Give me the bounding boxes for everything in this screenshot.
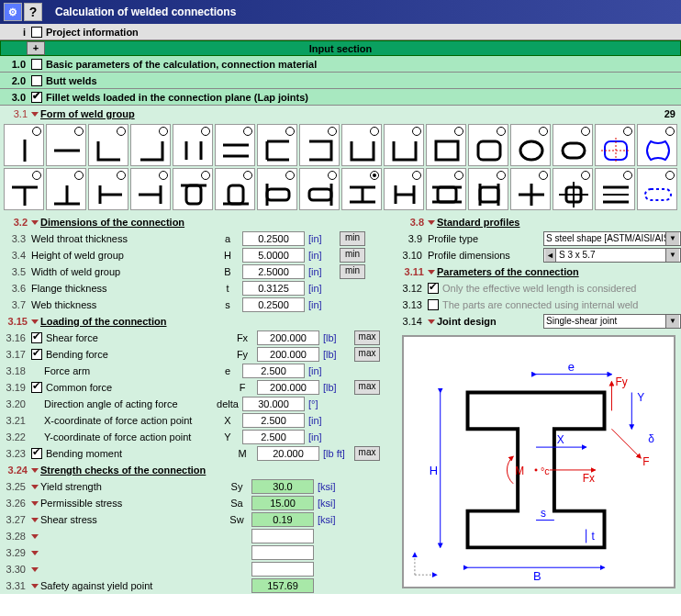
label: Bending force — [46, 349, 228, 360]
project-info-checkbox[interactable] — [31, 27, 42, 38]
weld-shape-option[interactable] — [384, 124, 424, 166]
weld-shape-option[interactable] — [553, 124, 593, 166]
profile-type-select[interactable]: S steel shape [ASTM/AISI/AISC] — [543, 231, 681, 246]
label: Bending moment — [46, 448, 228, 459]
value-input[interactable] — [251, 545, 314, 560]
value-input[interactable]: 2.500 — [242, 364, 305, 378]
profile-dim-select[interactable]: ◄S 3 x 5.7 — [543, 248, 681, 263]
min-button[interactable]: min — [340, 264, 365, 279]
internal-weld-label: The parts are connected using internal w… — [442, 299, 638, 310]
min-button[interactable]: min — [340, 231, 365, 246]
value-input[interactable]: 20.000 — [257, 446, 319, 461]
sec2-checkbox[interactable] — [31, 75, 42, 86]
weld-shape-option[interactable] — [384, 168, 424, 210]
row-3.17: 3.17Bending forceFy200.000[lb]max — [0, 346, 396, 363]
eff-weld-checkbox[interactable] — [428, 283, 439, 294]
checkbox[interactable] — [31, 349, 42, 360]
weld-shape-option[interactable] — [341, 168, 382, 210]
row-3.26: 3.26Permissible stressSa15.00[ksi] — [0, 495, 396, 511]
weld-shape-option[interactable] — [46, 168, 86, 210]
weld-shape-option[interactable] — [468, 124, 508, 166]
symbol: t — [213, 283, 242, 294]
internal-weld-checkbox[interactable] — [428, 299, 439, 310]
weld-shape-option[interactable] — [426, 124, 466, 166]
strength-label: Strength checks of the connection — [40, 465, 206, 476]
weld-shape-option[interactable] — [257, 168, 297, 210]
max-button[interactable]: max — [354, 347, 380, 362]
max-button[interactable]: max — [354, 446, 380, 461]
svg-text:°c: °c — [541, 465, 550, 476]
weld-shape-option[interactable] — [510, 168, 551, 210]
app-icon[interactable]: ⚙ — [4, 3, 22, 21]
weld-shape-option[interactable] — [553, 168, 593, 210]
unit: [ksi] — [314, 514, 347, 525]
weld-shape-option[interactable] — [426, 168, 466, 210]
weld-shape-option[interactable] — [468, 168, 508, 210]
svg-text:δ: δ — [648, 432, 654, 445]
value-input[interactable]: 2.5000 — [242, 264, 305, 279]
row-3.18: 3.18Force arme2.500[in] — [0, 363, 396, 379]
value-input[interactable]: 200.000 — [257, 347, 319, 362]
expand-button[interactable]: + — [27, 41, 45, 55]
section-2-header[interactable]: 2.0 Butt welds — [0, 73, 681, 89]
value-input[interactable]: 30.000 — [242, 397, 305, 411]
value-input[interactable] — [251, 529, 314, 543]
weld-shape-option[interactable] — [595, 124, 635, 166]
min-button[interactable]: min — [340, 248, 365, 263]
svg-rect-24 — [229, 185, 243, 204]
label: Shear stress — [40, 514, 222, 525]
weld-shape-option[interactable] — [215, 124, 255, 166]
section-3-header[interactable]: 3.0 Fillet welds loaded in the connectio… — [0, 89, 681, 106]
weld-shape-option[interactable] — [341, 124, 382, 166]
weld-shape-option[interactable] — [510, 124, 551, 166]
std-profiles-label: Standard profiles — [437, 217, 519, 228]
weld-shape-option[interactable] — [257, 124, 297, 166]
svg-text:F: F — [642, 455, 649, 468]
checkbox[interactable] — [31, 382, 42, 393]
value-input[interactable]: 200.000 — [257, 330, 319, 345]
checkbox[interactable] — [31, 448, 42, 459]
value-input[interactable]: 2.500 — [242, 430, 305, 444]
title-bar: ⚙ ? Calculation of welded connections — [0, 0, 681, 24]
max-button[interactable]: max — [354, 380, 380, 395]
weld-shape-option[interactable] — [299, 168, 340, 210]
label: Web thickness — [31, 299, 213, 310]
weld-shape-option[interactable] — [130, 168, 171, 210]
project-info-header[interactable]: i Project information — [0, 24, 681, 40]
joint-design-select[interactable]: Single-shear joint — [543, 314, 681, 329]
value-input[interactable]: 0.3125 — [242, 281, 305, 296]
weld-shape-option[interactable] — [4, 168, 44, 210]
symbol: delta — [213, 398, 242, 409]
value-input[interactable]: 5.0000 — [242, 248, 305, 263]
value-input[interactable]: 0.2500 — [242, 297, 305, 312]
sec3-checkbox[interactable] — [31, 92, 42, 103]
weld-shape-option[interactable] — [130, 124, 171, 166]
checkbox[interactable] — [31, 332, 42, 343]
label: Weld throat thickness — [31, 233, 213, 244]
weld-shape-option[interactable] — [637, 124, 677, 166]
value-input[interactable]: 200.000 — [257, 380, 319, 395]
value-input[interactable]: 0.2500 — [242, 231, 305, 246]
row-3.24: 3.24 Strength checks of the connection — [0, 462, 396, 478]
weld-shape-option[interactable] — [637, 168, 677, 210]
weld-shape-option[interactable] — [46, 124, 86, 166]
svg-rect-26 — [267, 189, 289, 200]
weld-shape-option[interactable] — [215, 168, 255, 210]
value-input[interactable] — [251, 562, 314, 577]
weld-shape-option[interactable] — [88, 168, 128, 210]
sec1-checkbox[interactable] — [31, 59, 42, 70]
section-1-header[interactable]: 1.0 Basic parameters of the calculation,… — [0, 56, 681, 73]
weld-shape-option[interactable] — [299, 124, 340, 166]
max-button[interactable]: max — [354, 330, 380, 345]
weld-shape-option[interactable] — [173, 168, 213, 210]
help-icon[interactable]: ? — [24, 3, 42, 21]
svg-text:e: e — [568, 360, 575, 374]
value-input[interactable]: 2.500 — [242, 413, 305, 428]
svg-rect-50 — [645, 189, 671, 200]
weld-shape-option[interactable] — [88, 124, 128, 166]
weld-shape-option[interactable] — [4, 124, 44, 166]
unit: [lb ft] — [319, 448, 352, 459]
weld-shape-option[interactable] — [173, 124, 213, 166]
weld-shape-option[interactable] — [595, 168, 635, 210]
profile-type-label: Profile type — [428, 233, 543, 244]
